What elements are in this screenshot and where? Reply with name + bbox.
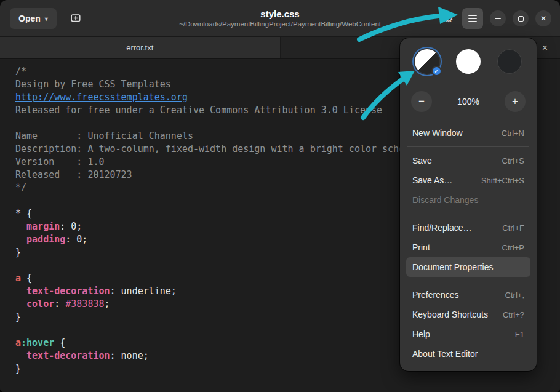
tab-error-txt[interactable]: error.txt	[0, 37, 281, 58]
menu-item-help[interactable]: HelpF1	[406, 324, 530, 344]
close-icon: ✕	[540, 14, 546, 23]
menu-item-accel: Ctrl+?	[503, 310, 524, 319]
text-editor-window: Open ▾ style.css ~/Downloads/PaymentBill…	[0, 0, 560, 392]
headerbar: Open ▾ style.css ~/Downloads/PaymentBill…	[0, 0, 560, 37]
check-icon: ✓	[431, 66, 442, 76]
menu-item-label: Document Properties	[412, 262, 494, 272]
menu-item-accel: Ctrl+P	[502, 243, 524, 252]
menu-item-label: Discard Changes	[412, 195, 478, 205]
menu-item-accel: Ctrl+N	[502, 129, 524, 138]
menu-item-accel: Ctrl+S	[502, 156, 524, 166]
menu-separator	[407, 146, 529, 147]
menu-item-discard-changes: Discard Changes	[406, 190, 530, 210]
menu-item-label: Keyboard Shortcuts	[412, 310, 488, 319]
menu-item-accel: Ctrl+,	[505, 290, 524, 300]
gear-icon: ⚙	[442, 12, 455, 25]
menu-sections: New WindowCtrl+NSaveCtrl+SSave As…Shift+…	[406, 123, 530, 364]
open-button[interactable]: Open ▾	[10, 8, 57, 29]
menu-item-save-as[interactable]: Save As…Shift+Ctrl+S	[406, 170, 530, 190]
menu-item-accel: F1	[515, 330, 524, 339]
window-title: style.css	[179, 8, 381, 19]
headerbar-right: ⚙ ✕	[442, 0, 551, 37]
theme-light-button[interactable]	[456, 49, 481, 74]
window-title-block: style.css ~/Downloads/PaymentBillingProj…	[179, 8, 381, 28]
menu-separator	[407, 119, 529, 119]
close-button[interactable]: ✕	[535, 10, 551, 26]
menu-item-label: Print	[412, 242, 430, 252]
primary-menu-button[interactable]	[462, 8, 483, 29]
minimize-icon	[495, 18, 501, 19]
menu-item-accel: Shift+Ctrl+S	[481, 176, 524, 185]
maximize-button[interactable]	[513, 10, 529, 26]
zoom-controls: − 100% +	[406, 88, 530, 115]
menu-item-label: Preferences	[412, 290, 458, 300]
maximize-icon	[518, 16, 524, 22]
tab-label: error.txt	[126, 43, 153, 52]
tab-close-button[interactable]: ×	[542, 43, 548, 53]
menu-item-label: Save As…	[412, 175, 452, 185]
zoom-in-button[interactable]: +	[505, 91, 526, 112]
menu-item-label: Find/Replace…	[412, 223, 472, 233]
menu-item-about-text-editor[interactable]: About Text Editor	[406, 344, 530, 364]
menu-item-accel: Ctrl+F	[502, 223, 524, 233]
menu-item-new-window[interactable]: New WindowCtrl+N	[406, 123, 530, 143]
primary-menu-popover: ✓ − 100% + New WindowCtrl+NSaveCtrl+SSav…	[400, 38, 537, 371]
menu-separator	[407, 214, 529, 214]
window-subtitle: ~/Downloads/PaymentBillingProject/Paymen…	[179, 19, 381, 28]
theme-follow-system-button[interactable]: ✓	[415, 49, 439, 74]
menu-item-preferences[interactable]: PreferencesCtrl+,	[406, 285, 530, 305]
menu-item-label: New Window	[412, 128, 463, 138]
menu-separator	[407, 84, 529, 84]
menu-item-find-replace[interactable]: Find/Replace…Ctrl+F	[406, 218, 530, 238]
caret-down-icon: ▾	[45, 15, 48, 22]
headerbar-left: Open ▾	[10, 0, 86, 37]
open-button-label: Open	[18, 14, 41, 23]
menu-item-label: Help	[412, 329, 430, 339]
new-tab-icon	[70, 12, 81, 25]
menu-separator	[407, 281, 529, 281]
hamburger-icon	[468, 15, 477, 22]
menu-item-keyboard-shortcuts[interactable]: Keyboard ShortcutsCtrl+?	[406, 305, 530, 324]
menu-item-save[interactable]: SaveCtrl+S	[406, 151, 530, 170]
zoom-level: 100%	[457, 97, 479, 106]
menu-item-print[interactable]: PrintCtrl+P	[406, 238, 530, 257]
menu-item-label: Save	[412, 156, 432, 166]
menu-item-label: About Text Editor	[412, 349, 478, 359]
theme-dark-button[interactable]	[497, 49, 522, 74]
zoom-out-button[interactable]: −	[411, 91, 432, 112]
minimize-button[interactable]	[490, 10, 506, 26]
menu-item-document-properties[interactable]: Document Properties	[406, 257, 530, 277]
new-tab-button[interactable]	[65, 8, 86, 29]
theme-selector: ✓	[406, 46, 530, 80]
